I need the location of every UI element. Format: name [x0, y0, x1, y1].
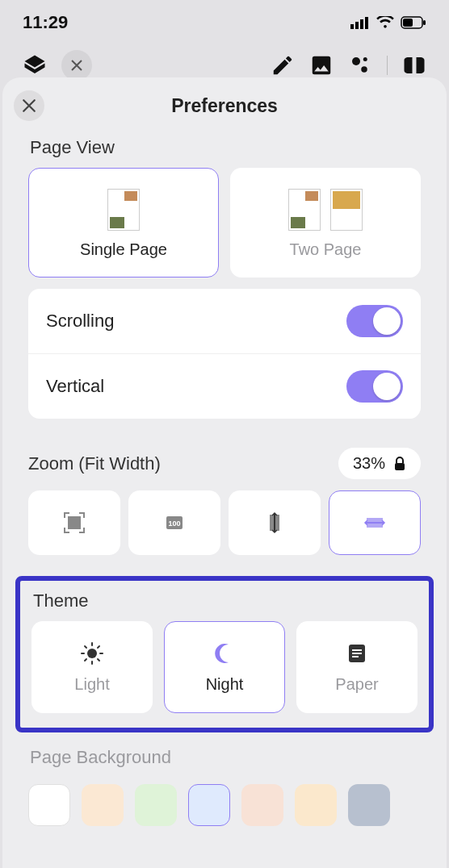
zoom-value-pill[interactable]: 33% [338, 448, 421, 479]
layers-icon [23, 53, 47, 77]
svg-rect-25 [352, 649, 362, 651]
svg-text:100: 100 [168, 520, 180, 528]
theme-option-label: Paper [335, 675, 378, 694]
image-add-icon [309, 53, 334, 77]
scrolling-row: Scrolling [28, 289, 421, 353]
clock: 11:29 [23, 12, 68, 33]
pageview-toggles: Scrolling Vertical [28, 289, 421, 419]
svg-rect-5 [403, 19, 413, 27]
svg-rect-11 [68, 516, 81, 529]
sparkle-icon [348, 53, 372, 77]
svg-rect-1 [355, 22, 359, 29]
fit-height-icon [262, 510, 287, 536]
pageview-single-page[interactable]: Single Page [28, 168, 219, 278]
svg-point-9 [361, 66, 367, 73]
theme-highlight-box: Theme Light Night Paper [15, 576, 434, 732]
fit-width-icon [362, 510, 388, 536]
svg-point-8 [363, 57, 367, 61]
cellular-icon [350, 16, 370, 29]
theme-night[interactable]: Night [164, 621, 285, 713]
close-icon [22, 98, 36, 113]
bg-swatch[interactable] [348, 784, 390, 826]
fit-page-icon [61, 510, 87, 536]
status-bar: 11:29 [0, 0, 449, 45]
scrolling-toggle[interactable] [346, 305, 403, 337]
preferences-sheet: Preferences Page View Single Page Two Pa… [2, 77, 447, 868]
svg-line-24 [98, 646, 99, 648]
bg-swatch[interactable] [82, 784, 124, 826]
background-swatches [2, 778, 447, 833]
zoom-fit-height[interactable] [229, 490, 321, 555]
bg-swatch[interactable] [135, 784, 177, 826]
theme-light[interactable]: Light [31, 621, 153, 713]
bg-swatch[interactable] [28, 784, 70, 826]
svg-line-23 [85, 659, 86, 661]
svg-rect-27 [352, 656, 359, 657]
vertical-row: Vertical [28, 353, 421, 419]
svg-rect-0 [350, 24, 354, 29]
zoom-value: 33% [353, 454, 385, 473]
close-button[interactable] [14, 90, 44, 121]
vertical-label: Vertical [46, 376, 104, 397]
sheet-title: Preferences [171, 95, 278, 117]
theme-option-label: Night [206, 675, 244, 694]
close-grey-icon [61, 50, 92, 81]
pageview-option-label: Single Page [80, 240, 167, 259]
read-mode-icon [402, 53, 426, 77]
zoom-label: Zoom (Fit Width) [28, 453, 161, 474]
scrolling-label: Scrolling [46, 311, 114, 332]
theme-paper[interactable]: Paper [296, 621, 418, 713]
pencil-icon [271, 53, 295, 77]
bg-swatch[interactable] [295, 784, 337, 826]
wifi-icon [376, 16, 394, 29]
moon-icon [212, 641, 237, 666]
zoom-fit-width[interactable] [329, 490, 421, 555]
zoom-fit-page[interactable] [28, 490, 120, 555]
svg-line-22 [98, 659, 99, 661]
bg-swatch[interactable] [241, 784, 283, 826]
svg-point-7 [352, 57, 360, 65]
scroll-icon [345, 641, 369, 666]
status-icons [350, 16, 426, 29]
svg-rect-2 [360, 19, 363, 29]
battery-icon [401, 16, 426, 29]
bg-swatch[interactable] [188, 784, 230, 826]
svg-point-16 [87, 649, 97, 658]
background-label: Page Background [2, 732, 447, 778]
svg-rect-26 [352, 653, 362, 654]
zoom-actual-size[interactable]: 100 [128, 490, 220, 555]
actual-size-icon: 100 [162, 510, 187, 536]
svg-rect-6 [423, 20, 426, 25]
single-page-thumb [99, 187, 148, 232]
pageview-option-label: Two Page [290, 240, 362, 259]
vertical-toggle[interactable] [346, 370, 403, 403]
pageview-label: Page View [2, 134, 447, 168]
svg-rect-10 [395, 463, 405, 470]
theme-label: Theme [31, 587, 418, 621]
pageview-two-page[interactable]: Two Page [230, 168, 421, 278]
lock-icon [393, 457, 406, 471]
theme-option-label: Light [74, 675, 109, 694]
svg-line-21 [85, 646, 86, 648]
sun-icon [80, 641, 104, 666]
svg-rect-3 [365, 17, 368, 29]
two-page-thumb [287, 187, 364, 232]
